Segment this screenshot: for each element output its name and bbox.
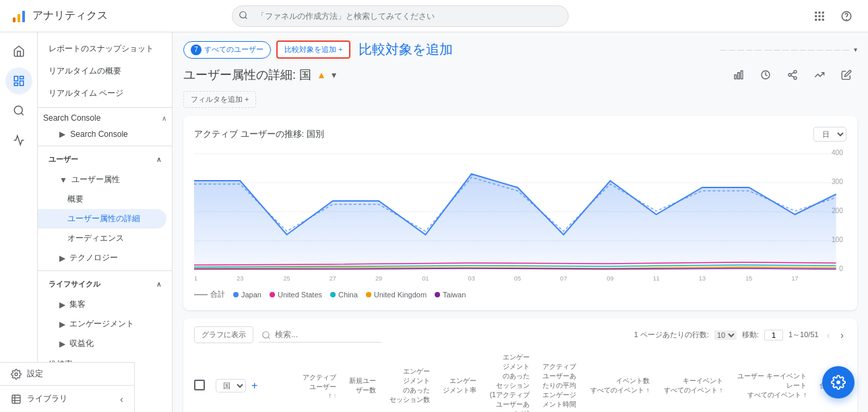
explore-icon-btn[interactable] (5, 97, 32, 124)
home-icon-btn[interactable] (5, 38, 32, 65)
legend-japan: Japan (233, 289, 261, 299)
sidebar-item-user-attributes[interactable]: ▼ ユーザー属性 (38, 170, 172, 189)
collapse-button[interactable]: ‹ (120, 394, 123, 405)
legend-uk-label: United Kingdom (374, 291, 427, 299)
sidebar-bottom-library[interactable]: ライブラリ ‹ (0, 385, 135, 412)
sidebar-item-audience[interactable]: オーディエンス (38, 229, 172, 248)
sidebar-item-monetization[interactable]: ▶ 収益化 (38, 334, 172, 353)
chart-title: アクティブ ユーザーの推移: 国別 (194, 128, 324, 140)
svg-text:09: 09 (607, 275, 613, 282)
data-table: 国 + アクティブユーザー↑ 新規ユーザー数 エンゲージメントのあったセッション… (189, 349, 852, 412)
th-avg-time: アクティブユーザーあたりの平均エンゲージメント時間 (535, 349, 582, 412)
title-chevron[interactable]: ▾ (332, 69, 336, 80)
sidebar-item-realtime-overview[interactable]: リアルタイムの概要 (38, 60, 172, 82)
sidebar-user-attr-detail-label: ユーザー属性の詳細 (67, 214, 140, 223)
sidebar-item-search-console[interactable]: ▶ Search Console (38, 125, 172, 143)
legend-total: 合計 (194, 289, 225, 299)
sidebar-lifecycle-section[interactable]: ライフサイクル ∧ (38, 274, 172, 295)
fab-settings-icon (831, 375, 846, 390)
legend-china-dot (330, 292, 336, 297)
sidebar-divider-1 (38, 107, 172, 108)
legend-china-label: China (338, 291, 358, 299)
dropdown-arrow[interactable]: ▾ (854, 46, 857, 53)
sidebar-item-acquisition[interactable]: ▶ 集客 (38, 295, 172, 314)
edit-icon-btn[interactable] (836, 64, 857, 86)
help-icon[interactable] (836, 5, 857, 27)
sidebar-item-realtime-overview-label: リアルタイムの概要 (49, 65, 121, 77)
library-label: ライブラリ (27, 393, 67, 405)
sidebar-item-engagement[interactable]: ▶ エンゲージメント (38, 314, 172, 334)
fab-settings-button[interactable] (822, 366, 855, 399)
topbar-right (809, 5, 857, 27)
period-select[interactable]: 日 (813, 127, 846, 142)
compare-heading-text: 比較対象を追加 (359, 40, 453, 59)
page-title-actions (728, 64, 857, 86)
sidebar-item-technology[interactable]: ▶ テクノロジー (38, 248, 172, 268)
svg-rect-22 (738, 73, 740, 79)
sidebar-item-realtime-page[interactable]: リアルタイム ページ (38, 82, 172, 105)
svg-rect-13 (822, 18, 824, 20)
svg-point-25 (794, 70, 797, 73)
header-checkbox[interactable] (194, 380, 205, 390)
svg-text:300: 300 (832, 178, 843, 185)
search-icon (239, 10, 248, 22)
svg-point-56 (263, 331, 269, 337)
icon-rail (0, 32, 38, 412)
sidebar-user-attributes-label: ユーザー属性 (71, 174, 120, 185)
apps-icon[interactable] (809, 5, 830, 27)
sidebar-item-overview[interactable]: 概要 (38, 189, 172, 209)
sidebar-audience-label: オーディエンス (67, 233, 124, 243)
settings-icon (11, 369, 22, 380)
legend-taiwan: Taiwan (435, 289, 466, 299)
advertising-icon-btn[interactable] (5, 127, 32, 154)
sidebar-divider-3 (38, 270, 172, 271)
svg-rect-58 (12, 395, 20, 403)
svg-line-29 (791, 72, 795, 74)
prev-page-button[interactable]: ‹ (824, 328, 833, 342)
chart-view-button[interactable]: グラフに表示 (194, 326, 253, 343)
sidebar-users-section[interactable]: ユーザー ∧ (38, 149, 172, 170)
users-chevron: ∧ (156, 156, 161, 163)
th-engagement-rate: エンゲージメント率 (435, 349, 482, 412)
chart-controls: 日 (813, 127, 846, 142)
th-key-rate: ユーザー キーイベントレートすべてのイベント ↑ (728, 349, 813, 412)
svg-text:11: 11 (653, 275, 660, 282)
sidebar-item-snapshot[interactable]: レポートのスナップショット (38, 38, 172, 60)
search-input[interactable] (232, 5, 569, 27)
sidebar-settings[interactable]: 設定 (0, 362, 135, 385)
next-page-button[interactable]: › (838, 328, 846, 342)
trend-icon-btn[interactable] (809, 64, 830, 86)
search-console-section[interactable]: Search Console ∧ (38, 111, 172, 125)
legend-china: China (330, 289, 358, 299)
sidebar: レポートのスナップショット リアルタイムの概要 リアルタイム ページ Searc… (38, 32, 173, 412)
svg-rect-8 (815, 15, 817, 17)
all-users-segment[interactable]: 7 すべてのユーザー (183, 41, 271, 59)
page-input[interactable] (764, 330, 783, 341)
settings-label: 設定 (27, 368, 43, 380)
th-checkbox (189, 349, 210, 412)
legend-taiwan-dot (435, 292, 440, 297)
filter-add-button[interactable]: フィルタを追加 + (183, 91, 256, 108)
dimension-select[interactable]: 国 (216, 379, 246, 392)
chart-header: アクティブ ユーザーの推移: 国別 日 (194, 127, 846, 142)
clock-icon-btn[interactable] (755, 64, 776, 86)
bar-chart-icon-btn[interactable] (728, 64, 749, 86)
page-title: ユーザー属性の詳細: 国 ▲ ▾ (183, 67, 336, 83)
legend-japan-label: Japan (241, 291, 261, 299)
table-search-input[interactable] (259, 327, 381, 343)
compare-btn-label: 比較対象を追加 + (284, 45, 342, 55)
search-bar (232, 5, 569, 27)
sidebar-item-user-attributes-detail[interactable]: ユーザー属性の詳細 (38, 209, 166, 229)
legend-japan-dot (233, 292, 239, 297)
rows-per-page-label: 1 ページあたりの行数: (634, 330, 709, 340)
svg-text:23: 23 (237, 275, 243, 282)
svg-rect-2 (22, 11, 25, 22)
th-engaged-sessions: エンゲージメントのあったセッション数 (381, 349, 435, 412)
compare-add-button[interactable]: 比較対象を追加 + (276, 40, 350, 59)
reports-icon-btn[interactable] (5, 67, 32, 94)
page-move-label: 移動: (742, 330, 759, 340)
add-column-button[interactable]: + (249, 380, 260, 392)
rows-per-page-select[interactable]: 10 25 50 (714, 330, 737, 340)
svg-rect-5 (815, 11, 817, 13)
share-icon-btn[interactable] (782, 64, 803, 86)
